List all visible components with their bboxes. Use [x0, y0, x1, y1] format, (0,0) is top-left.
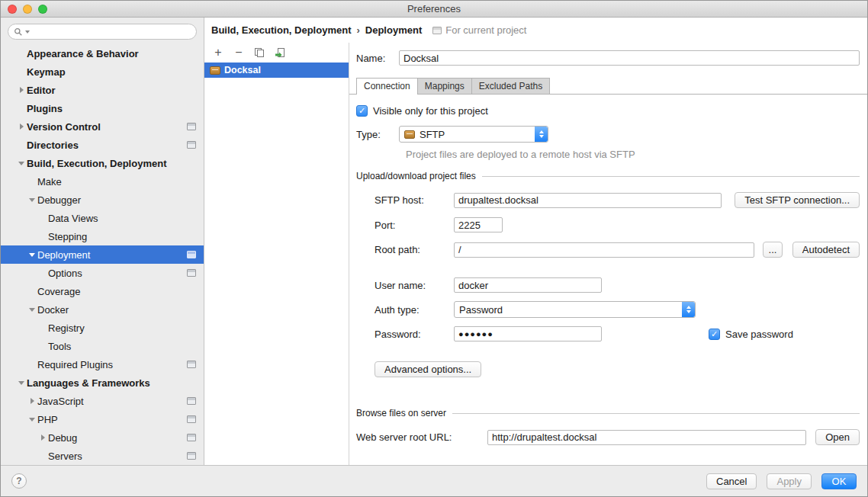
sidebar-item-registry[interactable]: Registry	[1, 319, 204, 337]
name-input[interactable]	[399, 50, 860, 66]
chevron-down-icon[interactable]	[27, 198, 37, 202]
project-settings-icon	[187, 123, 196, 130]
project-settings-icon	[187, 269, 196, 277]
project-settings-icon	[187, 141, 196, 149]
tab-connection[interactable]: Connection	[356, 78, 418, 95]
remove-button[interactable]: −	[233, 46, 244, 59]
chevron-right-icon[interactable]	[16, 87, 27, 93]
sidebar-item-tools[interactable]: Tools	[1, 337, 204, 355]
add-button[interactable]: +	[213, 46, 223, 59]
project-settings-icon	[187, 415, 196, 423]
auth-type-dropdown[interactable]: Password	[454, 301, 696, 318]
sidebar-item-label: PHP	[37, 414, 58, 425]
dropdown-arrows-icon[interactable]	[535, 127, 548, 142]
password-label: Password:	[375, 329, 454, 340]
dropdown-arrows-icon[interactable]	[682, 302, 695, 317]
port-input[interactable]	[454, 217, 503, 232]
project-settings-icon	[187, 397, 196, 405]
sidebar-item-options[interactable]: Options	[1, 264, 204, 282]
minimize-icon[interactable]	[23, 5, 32, 14]
sidebar-item-servers[interactable]: Servers	[1, 447, 204, 465]
ok-button[interactable]: OK	[821, 473, 857, 489]
sidebar-item-php[interactable]: PHP	[1, 410, 204, 428]
tab-excluded-paths[interactable]: Excluded Paths	[472, 78, 550, 95]
root-path-input[interactable]	[454, 242, 754, 258]
type-help-text: Project files are deployed to a remote h…	[406, 149, 860, 160]
settings-tree: Appearance & BehaviorKeymapEditorPlugins…	[1, 44, 204, 465]
sidebar-item-label: Data Views	[48, 213, 98, 224]
copy-button[interactable]	[254, 47, 265, 58]
web-root-input[interactable]	[487, 430, 806, 445]
sidebar-item-label: Keymap	[27, 66, 66, 78]
sidebar-item-label: Editor	[27, 85, 56, 96]
server-item-label: Docksal	[224, 65, 261, 75]
close-icon[interactable]	[8, 5, 17, 14]
sidebar-item-plugins[interactable]: Plugins	[1, 99, 204, 117]
sidebar-item-build-execution-deployment[interactable]: Build, Execution, Deployment	[1, 154, 204, 172]
sidebar-item-keymap[interactable]: Keymap	[1, 63, 204, 81]
server-item-docksal[interactable]: Docksal	[204, 63, 349, 78]
sidebar-item-appearance-behavior[interactable]: Appearance & Behavior	[1, 44, 204, 63]
sftp-icon	[404, 130, 415, 139]
sidebar-item-make[interactable]: Make	[1, 172, 204, 191]
sidebar-item-deployment[interactable]: Deployment	[1, 245, 204, 264]
chevron-down-icon[interactable]	[27, 253, 37, 257]
sidebar-item-directories[interactable]: Directories	[1, 136, 204, 154]
chevron-down-icon[interactable]	[27, 308, 37, 312]
search-input[interactable]	[8, 24, 197, 40]
for-current-project: For current project	[432, 24, 526, 36]
sidebar-item-javascript[interactable]: JavaScript	[1, 392, 204, 410]
sidebar-item-label: Deployment	[37, 249, 90, 261]
advanced-options-button[interactable]: Advanced options...	[375, 361, 481, 377]
sidebar-item-stepping[interactable]: Stepping	[1, 227, 204, 245]
sidebar-item-docker[interactable]: Docker	[1, 300, 204, 319]
help-button[interactable]: ?	[11, 473, 27, 489]
sidebar-item-data-views[interactable]: Data Views	[1, 209, 204, 227]
sidebar-item-debugger[interactable]: Debugger	[1, 191, 204, 209]
open-button[interactable]: Open	[815, 429, 860, 445]
browse-root-path-button[interactable]: ...	[763, 242, 783, 258]
sftp-host-input[interactable]	[454, 193, 722, 208]
search-icon	[14, 27, 23, 37]
password-input[interactable]	[454, 326, 602, 341]
sftp-host-label: SFTP host:	[375, 194, 454, 206]
sidebar-item-label: Plugins	[27, 103, 63, 114]
sidebar-item-version-control[interactable]: Version Control	[1, 117, 204, 136]
dialog-footer: ? Cancel Apply OK	[1, 465, 867, 496]
sidebar-item-label: Version Control	[27, 121, 101, 133]
for-current-project-label: For current project	[445, 24, 526, 36]
test-sftp-connection-button[interactable]: Test SFTP connection...	[735, 192, 860, 208]
sidebar-item-required-plugins[interactable]: Required Plugins	[1, 355, 204, 374]
sidebar-item-editor[interactable]: Editor	[1, 81, 204, 99]
chevron-right-icon[interactable]	[16, 123, 27, 130]
sidebar-item-languages-frameworks[interactable]: Languages & Frameworks	[1, 374, 204, 392]
chevron-down-icon[interactable]	[27, 418, 37, 422]
save-password-checkbox[interactable]: ✓	[709, 329, 720, 340]
chevron-right-icon[interactable]	[27, 398, 37, 404]
sidebar-item-label: Make	[37, 176, 62, 188]
server-list-panel: + − Docksal	[204, 43, 349, 465]
sidebar-item-coverage[interactable]: Coverage	[1, 282, 204, 300]
breadcrumb-parent[interactable]: Build, Execution, Deployment	[211, 24, 351, 36]
breadcrumb: Build, Execution, Deployment › Deploymen…	[204, 18, 867, 43]
sidebar-item-label: Languages & Frameworks	[27, 377, 150, 389]
chevron-down-icon[interactable]	[25, 30, 30, 34]
sidebar-item-label: Servers	[48, 451, 82, 462]
browse-section-header: Browse files on server	[356, 408, 860, 418]
sidebar-item-label: Directories	[27, 139, 79, 151]
chevron-down-icon[interactable]	[16, 381, 27, 385]
autodetect-button[interactable]: Autodetect	[792, 242, 860, 258]
visible-project-checkbox[interactable]: ✓	[356, 105, 368, 117]
zoom-icon[interactable]	[38, 5, 47, 14]
current-project-icon	[432, 27, 442, 34]
chevron-right-icon[interactable]	[37, 434, 48, 441]
user-name-input[interactable]	[454, 277, 602, 293]
sidebar-item-debug[interactable]: Debug	[1, 428, 204, 447]
type-dropdown[interactable]: SFTP	[399, 126, 548, 143]
type-label: Type:	[356, 129, 399, 140]
tab-mappings[interactable]: Mappings	[418, 78, 472, 95]
paste-button[interactable]	[275, 47, 285, 58]
cancel-button[interactable]: Cancel	[706, 473, 757, 489]
breadcrumb-separator: ›	[356, 24, 359, 36]
chevron-down-icon[interactable]	[16, 162, 27, 165]
